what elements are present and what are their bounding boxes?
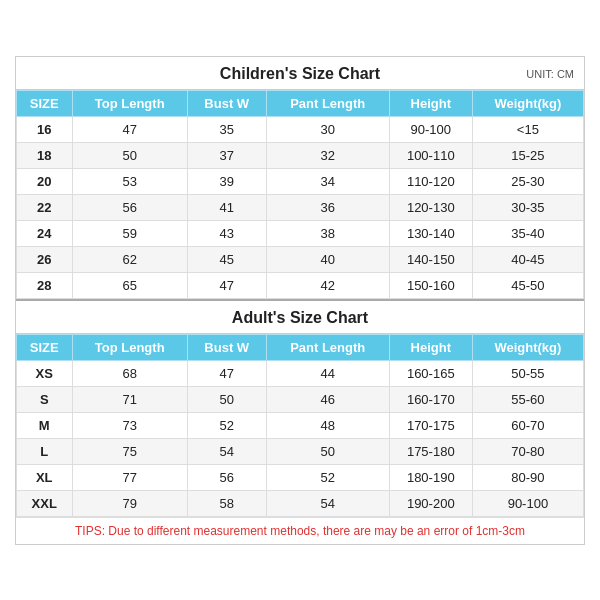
col-header-weight: Weight(kg) (472, 90, 583, 116)
child-bust-w-cell: 45 (187, 246, 266, 272)
child-top-length-cell: 65 (72, 272, 187, 298)
adult-col-header-bust-w: Bust W (187, 334, 266, 360)
adult-bust-w-cell: 50 (187, 386, 266, 412)
child-size-cell: 22 (17, 194, 73, 220)
adult-col-header-size: SIZE (17, 334, 73, 360)
col-header-size: SIZE (17, 90, 73, 116)
child-height-cell: 90-100 (389, 116, 472, 142)
adult-col-header-height: Height (389, 334, 472, 360)
child-top-length-cell: 62 (72, 246, 187, 272)
adult-height-cell: 160-165 (389, 360, 472, 386)
adult-top-length-cell: 75 (72, 438, 187, 464)
adult-height-cell: 175-180 (389, 438, 472, 464)
adult-size-cell: L (17, 438, 73, 464)
unit-label: UNIT: CM (526, 68, 574, 80)
child-height-cell: 150-160 (389, 272, 472, 298)
adult-top-length-cell: 77 (72, 464, 187, 490)
children-title: Children's Size Chart (220, 65, 380, 83)
adult-top-length-cell: 79 (72, 490, 187, 516)
child-weight-cell: 35-40 (472, 220, 583, 246)
adult-pant-length-cell: 44 (266, 360, 389, 386)
child-pant-length-cell: 30 (266, 116, 389, 142)
adult-table-row: XS 68 47 44 160-165 50-55 (17, 360, 584, 386)
adult-table-row: S 71 50 46 160-170 55-60 (17, 386, 584, 412)
adult-weight-cell: 90-100 (472, 490, 583, 516)
children-table-row: 24 59 43 38 130-140 35-40 (17, 220, 584, 246)
col-header-bust-w: Bust W (187, 90, 266, 116)
child-pant-length-cell: 32 (266, 142, 389, 168)
adult-height-cell: 160-170 (389, 386, 472, 412)
adult-col-header-pant-length: Pant Length (266, 334, 389, 360)
child-top-length-cell: 50 (72, 142, 187, 168)
child-height-cell: 110-120 (389, 168, 472, 194)
children-table-row: 20 53 39 34 110-120 25-30 (17, 168, 584, 194)
child-height-cell: 100-110 (389, 142, 472, 168)
child-pant-length-cell: 40 (266, 246, 389, 272)
child-height-cell: 120-130 (389, 194, 472, 220)
adult-table: SIZE Top Length Bust W Pant Length Heigh… (16, 334, 584, 517)
adult-header-row: SIZE Top Length Bust W Pant Length Heigh… (17, 334, 584, 360)
child-pant-length-cell: 36 (266, 194, 389, 220)
adult-title: Adult's Size Chart (232, 309, 368, 327)
adult-top-length-cell: 71 (72, 386, 187, 412)
child-weight-cell: 25-30 (472, 168, 583, 194)
child-bust-w-cell: 37 (187, 142, 266, 168)
child-top-length-cell: 53 (72, 168, 187, 194)
child-bust-w-cell: 41 (187, 194, 266, 220)
child-top-length-cell: 59 (72, 220, 187, 246)
adult-pant-length-cell: 52 (266, 464, 389, 490)
child-size-cell: 18 (17, 142, 73, 168)
adult-size-cell: XL (17, 464, 73, 490)
adult-weight-cell: 60-70 (472, 412, 583, 438)
size-chart: Children's Size Chart UNIT: CM SIZE Top … (15, 56, 585, 545)
children-table: SIZE Top Length Bust W Pant Length Heigh… (16, 90, 584, 299)
child-height-cell: 140-150 (389, 246, 472, 272)
adult-weight-cell: 55-60 (472, 386, 583, 412)
adult-pant-length-cell: 54 (266, 490, 389, 516)
tips-row: TIPS: Due to different measurement metho… (16, 517, 584, 544)
child-pant-length-cell: 42 (266, 272, 389, 298)
child-bust-w-cell: 43 (187, 220, 266, 246)
children-table-row: 18 50 37 32 100-110 15-25 (17, 142, 584, 168)
child-weight-cell: 40-45 (472, 246, 583, 272)
adult-height-cell: 170-175 (389, 412, 472, 438)
adult-pant-length-cell: 46 (266, 386, 389, 412)
adult-table-row: XL 77 56 52 180-190 80-90 (17, 464, 584, 490)
children-table-row: 22 56 41 36 120-130 30-35 (17, 194, 584, 220)
adult-size-cell: XS (17, 360, 73, 386)
adult-col-header-top-length: Top Length (72, 334, 187, 360)
children-table-row: 28 65 47 42 150-160 45-50 (17, 272, 584, 298)
child-top-length-cell: 47 (72, 116, 187, 142)
adult-top-length-cell: 73 (72, 412, 187, 438)
adult-weight-cell: 70-80 (472, 438, 583, 464)
adult-table-row: L 75 54 50 175-180 70-80 (17, 438, 584, 464)
col-header-height: Height (389, 90, 472, 116)
adult-size-cell: XXL (17, 490, 73, 516)
child-weight-cell: 30-35 (472, 194, 583, 220)
child-size-cell: 16 (17, 116, 73, 142)
child-size-cell: 28 (17, 272, 73, 298)
adult-table-row: XXL 79 58 54 190-200 90-100 (17, 490, 584, 516)
child-bust-w-cell: 35 (187, 116, 266, 142)
adult-pant-length-cell: 48 (266, 412, 389, 438)
child-pant-length-cell: 34 (266, 168, 389, 194)
child-size-cell: 20 (17, 168, 73, 194)
adult-top-length-cell: 68 (72, 360, 187, 386)
adult-table-row: M 73 52 48 170-175 60-70 (17, 412, 584, 438)
child-size-cell: 24 (17, 220, 73, 246)
children-title-row: Children's Size Chart UNIT: CM (16, 57, 584, 90)
children-table-row: 16 47 35 30 90-100 <15 (17, 116, 584, 142)
tips-text: TIPS: Due to different measurement metho… (75, 524, 525, 538)
adult-weight-cell: 50-55 (472, 360, 583, 386)
child-top-length-cell: 56 (72, 194, 187, 220)
adult-weight-cell: 80-90 (472, 464, 583, 490)
adult-height-cell: 190-200 (389, 490, 472, 516)
adult-col-header-weight: Weight(kg) (472, 334, 583, 360)
child-weight-cell: 15-25 (472, 142, 583, 168)
adult-pant-length-cell: 50 (266, 438, 389, 464)
child-size-cell: 26 (17, 246, 73, 272)
adult-bust-w-cell: 58 (187, 490, 266, 516)
child-pant-length-cell: 38 (266, 220, 389, 246)
adult-size-cell: M (17, 412, 73, 438)
adult-height-cell: 180-190 (389, 464, 472, 490)
